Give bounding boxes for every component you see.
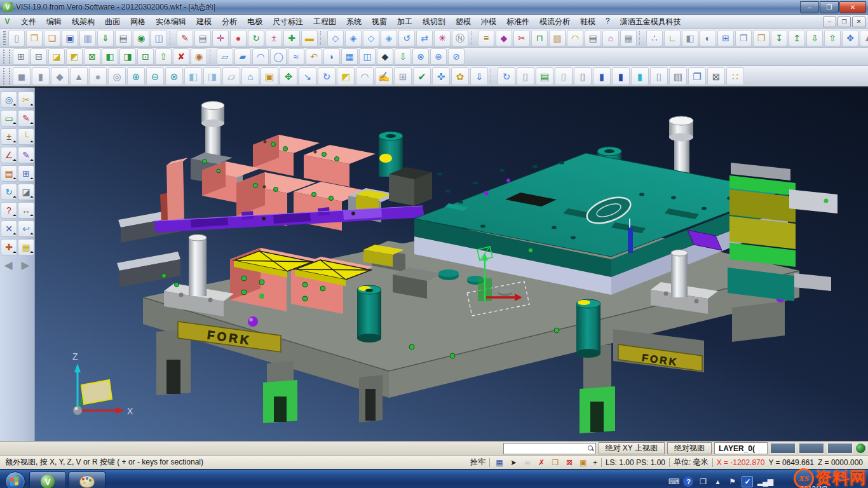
corner-tool-icon[interactable]: ∟ xyxy=(664,30,681,46)
solid-tool-icon[interactable]: ⌂ xyxy=(602,30,619,46)
toolbar-separator[interactable] xyxy=(210,50,214,64)
print-icon[interactable]: ▤ xyxy=(115,30,132,46)
toolbar-separator[interactable] xyxy=(639,31,644,45)
visibility-remove-icon[interactable]: ▬ xyxy=(301,30,318,46)
new-file-icon[interactable]: ▯ xyxy=(8,30,25,46)
menu-item[interactable]: 网格 xyxy=(125,15,151,29)
trim-icon[interactable]: ✂ xyxy=(18,92,34,108)
menu-item[interactable]: 文件 xyxy=(16,15,41,29)
menu-item[interactable]: 建模 xyxy=(191,15,217,29)
primitive-sphere-icon[interactable]: ● xyxy=(89,67,107,85)
snap-grid-icon[interactable]: ▦ xyxy=(494,458,505,468)
plus-label[interactable]: + xyxy=(593,458,597,467)
view-mode-button[interactable]: 绝对 XY 上视图 xyxy=(599,442,665,454)
shaded-view-icon[interactable]: ◪ xyxy=(18,184,34,200)
view-preset-button-1[interactable] xyxy=(770,443,796,454)
back-icon[interactable]: ◀ xyxy=(1,257,16,273)
view-preset-button-3[interactable] xyxy=(827,443,853,454)
solid-shell-icon[interactable]: ⊡ xyxy=(137,48,154,65)
hole-pattern-icon[interactable]: ∷ xyxy=(726,67,744,85)
network-app-icon[interactable]: ✓ xyxy=(742,476,753,487)
stamp-hand-icon[interactable]: ✍ xyxy=(375,67,393,85)
delete-trash-icon[interactable]: ✕ xyxy=(1,220,17,237)
solid-remove-icon[interactable]: ✘ xyxy=(173,48,189,65)
menu-item[interactable]: 冲模 xyxy=(476,15,501,29)
rotate-solid-icon[interactable]: ↻ xyxy=(318,67,336,85)
hole-threaded-icon[interactable]: ▤ xyxy=(536,67,553,85)
hole-cyan-icon[interactable]: ▮ xyxy=(631,67,649,85)
view-preset-button-2[interactable] xyxy=(799,443,824,454)
solid-history-icon[interactable]: ◉ xyxy=(191,48,207,65)
link-solids-icon[interactable]: ∴ xyxy=(646,30,663,46)
menu-item[interactable]: 加工 xyxy=(392,15,417,29)
surface-check-icon[interactable]: ⇩ xyxy=(395,48,411,65)
strip-layout-icon[interactable]: ≡ xyxy=(478,30,494,46)
menu-item[interactable]: 工程图 xyxy=(308,15,341,29)
die-tool-icon[interactable]: ◆ xyxy=(496,30,512,46)
delete-x-icon[interactable]: ✗ xyxy=(536,458,547,468)
box-target-icon[interactable]: ▣ xyxy=(578,458,589,468)
menu-item[interactable]: 标准件 xyxy=(501,15,534,29)
hole-coil-icon[interactable]: ▥ xyxy=(669,67,687,85)
paste-icon[interactable]: ❒ xyxy=(753,30,770,46)
show-hidden-icons[interactable]: ▴ xyxy=(712,477,722,487)
view-rotate-icon[interactable]: ↺ xyxy=(398,30,415,46)
traffic-light-icon[interactable]: ● xyxy=(230,30,247,46)
surface-curved-icon[interactable]: ◠ xyxy=(252,48,269,65)
primitive-prism-icon[interactable]: ◆ xyxy=(51,67,69,85)
preview-icon[interactable]: ◉ xyxy=(133,30,149,46)
cursor-icon[interactable]: ➤ xyxy=(508,458,519,468)
toolbar-separator[interactable] xyxy=(471,31,475,45)
mdi-restore-button[interactable]: ❐ xyxy=(837,17,851,27)
move-free-icon[interactable]: ✥ xyxy=(842,30,858,46)
solid-feature-icon[interactable]: ⇧ xyxy=(155,48,172,65)
open-file-icon[interactable]: ❐ xyxy=(26,30,43,46)
zoom-dynamic-icon[interactable]: ± xyxy=(1,128,17,145)
menu-item[interactable]: 模流分析 xyxy=(534,15,575,29)
sheet-icon[interactable]: ▱ xyxy=(222,67,240,85)
surface-normal-icon[interactable]: ⊘ xyxy=(448,48,465,65)
search-input[interactable] xyxy=(505,444,588,453)
screenshot-save-icon[interactable]: ▦ xyxy=(18,239,34,255)
signal-icon[interactable]: ▂▄▆ xyxy=(757,477,773,487)
visibility-add-icon[interactable]: ✚ xyxy=(283,30,300,46)
view-sequence-icon[interactable]: ⇄ xyxy=(416,30,433,46)
surface-cube-icon[interactable]: ◆ xyxy=(377,48,393,65)
menu-item[interactable]: 潇洒五金模具科技 xyxy=(615,15,686,29)
view-normal-icon[interactable]: Ⓝ xyxy=(452,30,468,46)
view-top-icon[interactable]: ◇ xyxy=(327,30,344,46)
toolbar-drag-handle[interactable] xyxy=(3,68,10,85)
surface-plane2-icon[interactable]: ▰ xyxy=(234,48,251,65)
surface-xy-icon[interactable]: ⊗ xyxy=(412,48,429,65)
pick-solid-icon[interactable]: ✜ xyxy=(432,67,450,85)
viewport-3d[interactable]: FORK FORK xyxy=(35,88,868,441)
hole-plain-icon[interactable]: ▯ xyxy=(517,67,534,85)
hole-through-icon[interactable]: ▯ xyxy=(555,67,573,85)
menu-item[interactable]: 线切割 xyxy=(417,15,451,29)
plate-tool-icon[interactable]: ▥ xyxy=(549,30,566,46)
surface-mesh-icon[interactable]: ▦ xyxy=(341,48,358,65)
punch-tool-icon[interactable]: ⊓ xyxy=(531,30,548,46)
block-edge-icon[interactable]: ◨ xyxy=(203,67,221,85)
forward-icon[interactable]: ▶ xyxy=(18,257,33,273)
surface-patch-icon[interactable]: ◫ xyxy=(359,48,376,65)
save-as-icon[interactable]: ▥ xyxy=(79,30,96,46)
surface-undo-icon[interactable]: ↶ xyxy=(306,48,322,65)
primitive-torus-icon[interactable]: ◎ xyxy=(108,67,126,85)
primitive-cylinder-icon[interactable]: ▮ xyxy=(32,67,50,85)
lock-label[interactable]: 拴牢 xyxy=(470,457,485,468)
close-button[interactable]: ✕ xyxy=(839,1,866,13)
box-edit-icon[interactable]: ❒ xyxy=(550,458,561,468)
hole-counter-icon[interactable]: ▮ xyxy=(593,67,611,85)
half-solid-icon[interactable]: ◧ xyxy=(682,30,698,46)
menu-item[interactable]: ? xyxy=(600,15,615,29)
boolean-union-icon[interactable]: ⊕ xyxy=(127,67,145,85)
wizard-icon[interactable]: ◠ xyxy=(567,30,583,46)
refresh-view-icon[interactable]: ↻ xyxy=(1,184,17,200)
help-icon[interactable]: ? xyxy=(1,202,17,219)
orient-solid-icon[interactable]: ▲ xyxy=(860,30,868,46)
redraw-icon[interactable]: ✎ xyxy=(177,30,193,46)
toolbar-separator[interactable] xyxy=(170,31,174,45)
lift-solid-icon[interactable]: ⇧ xyxy=(824,30,841,46)
profile-icon[interactable]: └ xyxy=(18,128,34,145)
